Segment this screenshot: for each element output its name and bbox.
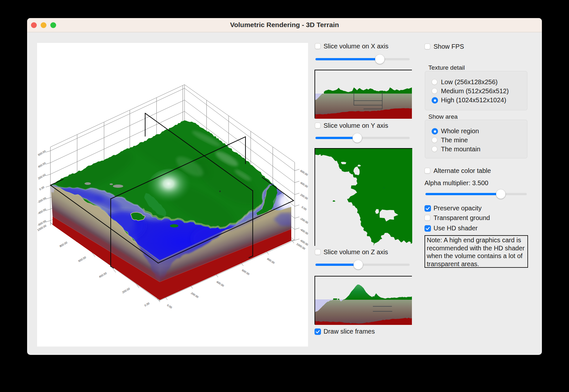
svg-text:-400.00: -400.00 <box>299 227 308 235</box>
svg-text:600.00: 600.00 <box>300 169 308 176</box>
svg-text:0.00: 0.00 <box>166 304 173 309</box>
svg-text:200.00: 200.00 <box>37 173 46 180</box>
svg-text:200.00: 200.00 <box>190 291 199 299</box>
svg-text:200.00: 200.00 <box>122 287 131 294</box>
svg-text:0.00: 0.00 <box>301 206 307 211</box>
svg-text:-200.00: -200.00 <box>299 216 308 224</box>
svg-text:400.00: 400.00 <box>216 280 225 287</box>
svg-text:-200.00: -200.00 <box>37 196 47 204</box>
svg-text:0.00: 0.00 <box>39 186 45 191</box>
svg-text:600.00: 600.00 <box>37 149 46 156</box>
svg-text:800.00: 800.00 <box>59 241 68 248</box>
svg-text:-400.00: -400.00 <box>37 208 47 215</box>
svg-text:400.00: 400.00 <box>98 271 107 278</box>
svg-text:200.00: 200.00 <box>300 193 308 200</box>
svg-text:600.00: 600.00 <box>241 268 250 276</box>
svg-text:400.00: 400.00 <box>37 161 46 168</box>
svg-text:800.00: 800.00 <box>266 257 275 265</box>
svg-text:600.00: 600.00 <box>78 256 87 263</box>
svg-text:400.00: 400.00 <box>300 181 308 188</box>
svg-text:0.00: 0.00 <box>144 302 150 307</box>
